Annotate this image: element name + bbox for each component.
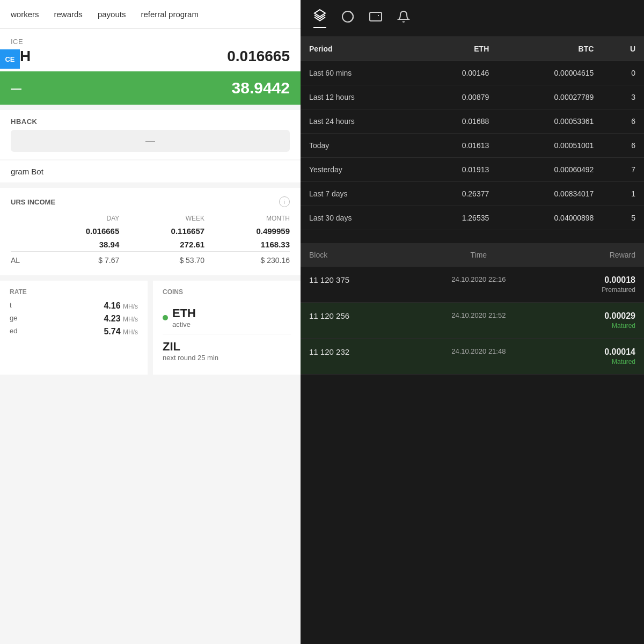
hashrate-label-0: t [10,301,12,311]
blocks-table: Block Time Reward 11 120 375 24.10.2020 … [301,243,644,375]
income-total-week: $ 53.70 [119,252,204,267]
coins-card: COINS ETH active ZIL next round 25 min [153,281,301,375]
block-time: 24.10.2020 21:48 [411,339,547,375]
col-u: U [602,37,644,61]
zil-name: ZIL [163,340,291,354]
hashrate-card: RATE t 4.16 MH/s ge 4.23 MH/s ed 5.74 MH… [0,281,148,375]
block-reward: 0.00029 Matured [547,303,644,339]
eth-dot [163,315,168,320]
left-content: ICE TH 0.016665 — 38.9442 HBACK — gram B… [0,29,301,380]
cashback-input[interactable]: — [11,130,290,152]
bell-icon[interactable] [397,10,410,26]
balance-value: 0.016665 [227,48,290,65]
earnings-eth: 0.26377 [416,182,497,206]
earnings-btc: 0.00060492 [497,158,602,182]
earnings-table-wrap: Period ETH BTC U Last 60 mins 0.00146 0.… [301,37,644,644]
layers-icon[interactable] [313,9,326,28]
hashrate-title: RATE [10,288,138,296]
reward-value: 0.00014 [555,347,635,357]
coins-title: COINS [163,288,291,296]
green-row: — 38.9442 [0,71,301,105]
hashrate-row-0: t 4.16 MH/s [10,301,138,311]
income-row-eth: 0.016665 0.116657 0.499959 [11,224,290,238]
col-btc: BTC [497,37,602,61]
nav-payouts[interactable]: payouts [98,10,126,19]
earnings-period: Today [301,134,416,158]
ce-badge: CE [0,49,20,69]
earnings-btc: 0.00004615 [497,61,602,85]
blocks-row: 11 120 256 24.10.2020 21:52 0.00029 Matu… [301,303,644,339]
eth-status: active [172,320,196,328]
eth-info: ETH active [172,306,196,328]
bottom-grid: RATE t 4.16 MH/s ge 4.23 MH/s ed 5.74 MH… [0,281,301,380]
earnings-btc: 0.00053361 [497,109,602,134]
earnings-u: 6 [602,109,644,134]
blocks-row: 11 120 232 24.10.2020 21:48 0.00014 Matu… [301,339,644,375]
income-fiat-label [11,238,34,252]
earnings-u: 0 [602,61,644,85]
block-time: 24.10.2020 21:52 [411,303,547,339]
block-time: 24.10.2020 22:16 [411,267,547,303]
earnings-row: Yesterday 0.01913 0.00060492 7 [301,158,644,182]
earnings-row: Last 7 days 0.26377 0.00834017 1 [301,182,644,206]
circle-half-icon[interactable] [341,10,354,26]
right-toolbar [301,0,644,37]
income-col-week: WEEK [119,213,204,224]
block-reward: 0.00014 Matured [547,339,644,375]
earnings-btc: 0.00051001 [497,134,602,158]
earnings-eth: 1.26535 [416,206,497,230]
income-total-month: $ 230.16 [204,252,290,267]
col-eth: ETH [416,37,497,61]
block-number: 11 120 375 [301,267,411,303]
coin-eth-item[interactable]: ETH active [163,301,291,334]
earnings-eth: 0.01613 [416,134,497,158]
block-number: 11 120 256 [301,303,411,339]
nav-workers[interactable]: workers [11,10,39,19]
earnings-table: Period ETH BTC U Last 60 mins 0.00146 0.… [301,37,644,230]
income-col-empty [11,213,34,224]
earnings-period: Last 7 days [301,182,416,206]
income-title: URS INCOME [11,198,55,206]
income-title-row: URS INCOME i [11,196,290,207]
earnings-period: Yesterday [301,158,416,182]
block-number: 11 120 232 [301,339,411,375]
svg-rect-2 [370,12,382,21]
wallet-icon[interactable] [369,10,382,26]
left-nav: workers rewards payouts referral program [0,0,301,29]
earnings-row: Last 60 mins 0.00146 0.00004615 0 [301,61,644,85]
reward-value: 0.00029 [555,311,635,321]
cashback-dash: — [145,135,155,147]
telegram-bot[interactable]: gram Bot [0,160,301,182]
hashrate-row-2: ed 5.74 MH/s [10,327,138,336]
coin-zil-item[interactable]: ZIL next round 25 min [163,334,291,367]
nav-referral[interactable]: referral program [141,10,199,19]
cashback-section: HBACK — [0,110,301,159]
income-col-month: MONTH [204,213,290,224]
earnings-row: Last 24 hours 0.01688 0.00053361 6 [301,109,644,134]
info-icon[interactable]: i [279,196,290,207]
earnings-eth: 0.01688 [416,109,497,134]
earnings-u: 6 [602,134,644,158]
block-reward: 0.00018 Prematured [547,267,644,303]
table-separator [301,230,644,243]
earnings-eth: 0.00879 [416,85,497,109]
balance-row: TH 0.016665 [11,48,290,65]
income-fiat-month: 1168.33 [204,238,290,252]
earnings-period: Last 12 hours [301,85,416,109]
green-coin-value: 38.9442 [232,79,290,97]
income-table: DAY WEEK MONTH 0.016665 0.116657 0.49995… [11,213,290,267]
reward-value: 0.00018 [555,275,635,285]
hashrate-value-0: 4.16 MH/s [104,301,138,311]
col-block: Block [301,243,411,267]
earnings-btc: 0.04000898 [497,206,602,230]
nav-rewards[interactable]: rewards [54,10,83,19]
income-total-label: AL [11,252,34,267]
income-total-day: $ 7.67 [34,252,119,267]
reward-status: Matured [555,322,635,330]
reward-status: Matured [555,358,635,365]
earnings-period: Last 24 hours [301,109,416,134]
earnings-period: Last 60 mins [301,61,416,85]
left-panel: CE workers rewards payouts referral prog… [0,0,301,644]
earnings-u: 7 [602,158,644,182]
earnings-u: 1 [602,182,644,206]
